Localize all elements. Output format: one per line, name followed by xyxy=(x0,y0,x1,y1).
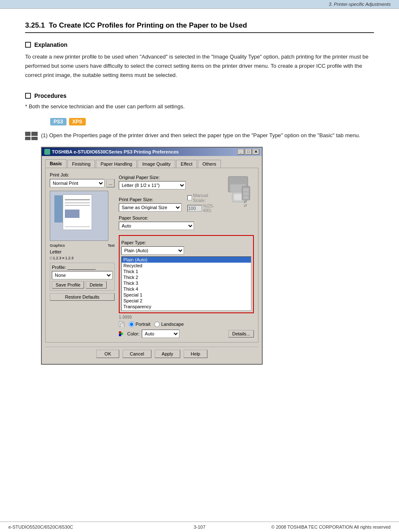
svg-text:LT: LT xyxy=(244,200,247,203)
dialog-body: Basic Finishing Paper Handling Image Qua… xyxy=(42,156,262,364)
tab-paper-handling[interactable]: Paper Handling xyxy=(96,160,137,168)
footer-page: 3-107 xyxy=(194,524,205,529)
apply-button[interactable]: Apply xyxy=(155,350,181,358)
page: 3. Printer-specific Adjustments 3.25.1 T… xyxy=(0,0,399,532)
pt-item-recycled[interactable]: Recycled xyxy=(122,263,251,269)
svg-text:LT: LT xyxy=(244,204,247,207)
footer-copyright: © 2008 TOSHIBA TEC CORPORATION All right… xyxy=(271,524,391,529)
procedures-heading: Procedures xyxy=(25,92,374,99)
landscape-radio-opt: Landscape xyxy=(154,322,184,327)
chapter-text: 3. Printer-specific Adjustments xyxy=(329,2,391,7)
step-1-text: (1) Open the Properties page of the prin… xyxy=(41,131,374,140)
section-title: 3.25.1 To Create ICC Profiles for Printi… xyxy=(25,21,374,33)
explanation-body: To create a new printer profile to be us… xyxy=(25,52,374,80)
step-1-row: (1) Open the Properties page of the prin… xyxy=(25,131,374,140)
dialog-titlebar: TOSHIBA e-STUDIO6530CSeries PS3 Printing… xyxy=(42,148,262,156)
tab-image-quality[interactable]: Image Quality xyxy=(138,160,175,168)
print-job-select[interactable]: Normal Print xyxy=(50,179,105,187)
landscape-radio[interactable] xyxy=(154,322,160,327)
copy-icon xyxy=(119,321,125,327)
dialog-title-text: TOSHIBA e-STUDIO6530CSeries PS3 Printing… xyxy=(52,149,179,154)
copies-range: 1-9999 xyxy=(119,315,254,320)
orig-paper-size-select[interactable]: Letter (8 1/2 x 11") xyxy=(119,181,186,189)
restore-defaults-button[interactable]: Restore Defaults xyxy=(50,293,115,301)
print-paper-size-row: Print Paper Size: Same as Original Size … xyxy=(119,193,218,213)
dialog-bottom-row: OK Cancel Apply Help xyxy=(45,347,258,361)
svg-rect-3 xyxy=(31,137,38,140)
pt-item-thick2[interactable]: Thick 2 xyxy=(122,274,251,280)
color-dots-icon xyxy=(119,331,125,336)
svg-rect-2 xyxy=(31,132,38,136)
dialog-right-col: LT LT Original Paper Size: Letter (8 1/2… xyxy=(119,172,254,338)
tab-finishing[interactable]: Finishing xyxy=(67,160,95,168)
explanation-heading: Explanation xyxy=(25,41,374,48)
paper-source-label: Paper Source: xyxy=(119,215,254,220)
help-button[interactable]: Help xyxy=(184,350,207,358)
pt-item-transparency[interactable]: Transparency xyxy=(122,304,251,309)
paper-type-label: Paper Type: xyxy=(121,240,251,245)
svg-rect-9 xyxy=(243,188,248,192)
pt-item-plain1[interactable]: Plain 1 xyxy=(122,309,251,311)
dialog-app-icon xyxy=(44,149,50,155)
print-paper-size-label: Print Paper Size: xyxy=(119,197,182,202)
dialog-title-buttons: _ □ ✕ xyxy=(238,149,259,155)
tab-effect[interactable]: Effect xyxy=(176,160,197,168)
tabs-row: Basic Finishing Paper Handling Image Qua… xyxy=(45,159,258,168)
paper-source-select[interactable]: Auto xyxy=(119,222,194,230)
graphics-label: Graphics xyxy=(50,243,65,248)
portrait-radio[interactable] xyxy=(129,322,134,327)
pt-item-thick3[interactable]: Thick 3 xyxy=(122,280,251,286)
color-label: Color: xyxy=(127,331,139,336)
pt-item-special1[interactable]: Special 1 xyxy=(122,292,251,298)
tab-basic[interactable]: Basic xyxy=(45,159,66,168)
printer-image: LT LT xyxy=(220,172,254,210)
save-profile-button[interactable]: Save Profile xyxy=(52,281,84,289)
ps3-badge: PS3 xyxy=(50,118,66,125)
pt-item-special2[interactable]: Special 2 xyxy=(122,298,251,304)
text-label: Text xyxy=(107,243,115,248)
letter-label: Letter xyxy=(50,249,115,254)
footer-bar: e-STUDIO5520C/6520C/6530C 3-107 © 2008 T… xyxy=(0,522,399,532)
svg-rect-0 xyxy=(25,132,31,136)
svg-rect-15 xyxy=(120,323,124,327)
print-job-label: Print Job: xyxy=(50,172,115,177)
delete-button[interactable]: Delete xyxy=(86,281,107,289)
close-button[interactable]: ✕ xyxy=(253,149,259,155)
dialog-title-left: TOSHIBA e-STUDIO6530CSeries PS3 Printing… xyxy=(44,149,179,155)
explanation-checkbox-icon xyxy=(25,42,31,48)
pt-item-thick1[interactable]: Thick 1 xyxy=(122,269,251,274)
print-paper-size-select[interactable]: Same as Original Size xyxy=(119,203,182,212)
scale-input[interactable] xyxy=(187,205,202,212)
portrait-label: Portrait xyxy=(136,322,150,327)
step-icon xyxy=(25,132,38,140)
paper-type-select[interactable]: Plain (Auto) xyxy=(121,246,184,255)
page-numbers: □ 1.2.3 ≡ 1.2.3 xyxy=(50,256,115,260)
tab-others[interactable]: Others xyxy=(198,160,221,168)
tab-content-basic: Print Job: Normal Print ... xyxy=(45,168,258,343)
scale-range: %(25-400) xyxy=(203,204,218,213)
paper-type-list[interactable]: Plain (Auto) Recycled Thick 1 Thick 2 Th… xyxy=(121,256,251,311)
print-job-extra-btn[interactable]: ... xyxy=(106,179,115,187)
portrait-radio-opt: Portrait xyxy=(129,322,150,327)
profile-label: Profile: ___________ xyxy=(52,265,113,270)
pt-item-thick4[interactable]: Thick 4 xyxy=(122,286,251,292)
profile-box: Profile: ___________ None Save Profile D… xyxy=(50,263,115,291)
manual-scale-checkbox[interactable] xyxy=(187,195,192,200)
ok-button[interactable]: OK xyxy=(96,350,119,358)
orientation-row: Portrait Landscape xyxy=(119,321,254,327)
xps-badge: XPS xyxy=(69,118,86,125)
maximize-button[interactable]: □ xyxy=(245,149,252,155)
minimize-button[interactable]: _ xyxy=(238,149,244,155)
procedures-note: * Both the service technician and the us… xyxy=(25,103,374,110)
profile-btn-row: Save Profile Delete xyxy=(52,281,113,289)
dialog-two-col: Print Job: Normal Print ... xyxy=(50,172,254,338)
content-area: 3.25.1 To Create ICC Profiles for Printi… xyxy=(0,9,399,390)
paper-type-box: Paper Type: Plain (Auto) Plain (Auto) Re… xyxy=(119,235,254,313)
profile-select[interactable]: None xyxy=(52,271,113,279)
color-select[interactable]: Auto xyxy=(142,330,179,338)
details-button[interactable]: Details... xyxy=(228,330,254,338)
svg-rect-11 xyxy=(243,196,248,200)
landscape-label: Landscape xyxy=(161,322,184,327)
cancel-button[interactable]: Cancel xyxy=(123,350,151,358)
pt-item-plain-auto[interactable]: Plain (Auto) xyxy=(122,257,251,263)
